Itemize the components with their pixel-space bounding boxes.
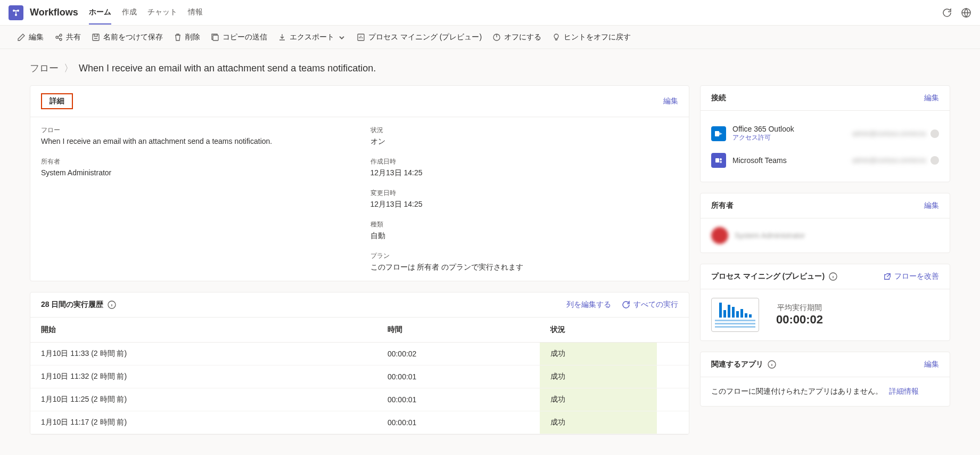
process-mining-button[interactable]: プロセス マイニング (プレビュー) <box>357 32 482 42</box>
cell-duration: 00:00:02 <box>377 343 540 365</box>
connection-name: Office 365 Outlook <box>732 125 846 133</box>
cell-start: 1月10日 11:25 (2 時間 前) <box>30 388 377 411</box>
all-runs-link[interactable]: すべての実行 <box>622 300 678 310</box>
edit-columns-link[interactable]: 列を編集する <box>566 300 611 310</box>
teams-icon <box>711 153 726 168</box>
svg-point-6 <box>60 38 62 40</box>
command-bar: 編集 共有 名前をつけて保存 削除 コピーの送信 エクスポート プロセス マイニ… <box>0 26 980 49</box>
improve-flow-link[interactable]: フローを改善 <box>884 272 939 281</box>
open-icon <box>884 273 891 280</box>
svg-point-5 <box>60 34 62 36</box>
turn-off-button[interactable]: オフにする <box>492 32 541 42</box>
cell-status: 成功 <box>540 388 657 411</box>
edit-button[interactable]: 編集 <box>17 32 44 42</box>
type-value: 自動 <box>370 231 679 241</box>
tab-chat[interactable]: チャット <box>147 1 177 25</box>
connection-account: admin@contoso.onmicros <box>852 157 926 164</box>
cell-empty <box>657 365 689 388</box>
improve-flow-label: フローを改善 <box>894 272 939 281</box>
related-apps-title-wrap: 関連するアプリ <box>711 360 776 369</box>
share-button[interactable]: 共有 <box>54 32 81 42</box>
connections-body: Office 365 Outlook アクセス許可 admin@contoso.… <box>701 111 950 182</box>
owner-name: System Administrator <box>735 231 805 240</box>
table-row[interactable]: 1月10日 11:17 (2 時間 前) 00:00:01 成功 <box>30 411 689 434</box>
svg-rect-7 <box>93 34 99 40</box>
detail-type: 種類 自動 <box>370 220 679 241</box>
pm-body: 平均実行期間 00:00:02 <box>701 289 950 340</box>
connections-title: 接続 <box>711 93 726 103</box>
header-right <box>942 7 971 18</box>
svg-rect-12 <box>715 131 719 136</box>
info-icon[interactable] <box>829 272 837 281</box>
connection-row-outlook[interactable]: Office 365 Outlook アクセス許可 admin@contoso.… <box>711 119 939 148</box>
svg-rect-8 <box>213 35 218 40</box>
pm-title: プロセス マイニング (プレビュー) <box>711 272 825 281</box>
created-label: 作成日時 <box>370 157 679 166</box>
hints-reset-button[interactable]: ヒントをオフに戻す <box>552 32 631 42</box>
main-grid: 詳細 編集 フロー When I receive an email with a… <box>30 85 950 445</box>
connections-edit-link[interactable]: 編集 <box>924 93 939 103</box>
type-label: 種類 <box>370 220 679 229</box>
nav-tabs: ホーム 作成 チャット 情報 <box>89 1 942 25</box>
status-dot <box>930 129 939 138</box>
all-runs-label: すべての実行 <box>633 300 678 310</box>
table-row[interactable]: 1月10日 11:25 (2 時間 前) 00:00:01 成功 <box>30 388 689 411</box>
cell-empty <box>657 411 689 434</box>
info-icon[interactable] <box>768 360 776 369</box>
refresh-icon[interactable] <box>942 7 952 18</box>
status-label: 状況 <box>370 126 679 135</box>
globe-icon[interactable] <box>961 7 971 18</box>
owners-edit-link[interactable]: 編集 <box>924 201 939 210</box>
history-title-wrap: 28 日間の実行履歴 <box>41 300 116 310</box>
owners-body: System Administrator <box>701 218 950 253</box>
pm-title-wrap: プロセス マイニング (プレビュー) <box>711 272 837 281</box>
related-apps-edit-link[interactable]: 編集 <box>924 360 939 369</box>
table-row[interactable]: 1月10日 11:32 (2 時間 前) 00:00:01 成功 <box>30 365 689 388</box>
connection-right: admin@contoso.onmicros <box>852 156 939 165</box>
detail-modified: 変更日時 12月13日 14:25 <box>370 189 679 209</box>
col-start[interactable]: 開始 <box>30 318 377 343</box>
tab-home[interactable]: ホーム <box>89 1 111 25</box>
app-header: Workflows ホーム 作成 チャット 情報 <box>0 0 980 26</box>
col-duration[interactable]: 時間 <box>377 318 540 343</box>
connection-row-teams[interactable]: Microsoft Teams admin@contoso.onmicros <box>711 148 939 173</box>
tab-info[interactable]: 情報 <box>188 1 203 25</box>
owner-value: System Administrator <box>41 168 349 177</box>
detail-status: 状況 オン <box>370 126 679 147</box>
details-grid: フロー When I receive an email with an atta… <box>41 126 678 272</box>
delete-button[interactable]: 削除 <box>174 32 200 42</box>
turn-off-label: オフにする <box>504 32 541 42</box>
connection-info: Office 365 Outlook アクセス許可 <box>732 125 846 142</box>
right-column: 接続 編集 Office 365 Outlook アクセス許可 admin@c <box>700 85 950 417</box>
export-button[interactable]: エクスポート <box>278 32 346 42</box>
svg-point-14 <box>720 158 722 160</box>
info-icon[interactable] <box>108 300 116 309</box>
avg-runtime-value: 00:00:02 <box>776 313 823 327</box>
owner-row[interactable]: System Administrator <box>711 227 939 244</box>
tab-create[interactable]: 作成 <box>122 1 137 25</box>
details-edit-link[interactable]: 編集 <box>663 96 678 106</box>
breadcrumb-root[interactable]: フロー <box>30 62 59 75</box>
export-label: エクスポート <box>290 32 334 42</box>
cell-start: 1月10日 11:32 (2 時間 前) <box>30 365 377 388</box>
history-title: 28 日間の実行履歴 <box>41 300 103 310</box>
related-apps-link[interactable]: 詳細情報 <box>889 387 919 395</box>
avg-runtime-label: 平均実行期間 <box>776 303 823 313</box>
owner-avatar <box>711 227 728 244</box>
connection-name: Microsoft Teams <box>732 156 846 165</box>
status-value: オン <box>370 137 679 147</box>
chevron-down-icon <box>337 33 346 42</box>
modified-value: 12月13日 14:25 <box>370 200 679 209</box>
col-status[interactable]: 状況 <box>540 318 657 343</box>
details-title: 詳細 <box>41 93 73 109</box>
cell-empty <box>657 388 689 411</box>
save-as-button[interactable]: 名前をつけて保存 <box>92 32 163 42</box>
cell-status: 成功 <box>540 343 657 365</box>
send-copy-label: コピーの送信 <box>223 32 267 42</box>
send-copy-button[interactable]: コピーの送信 <box>211 32 267 42</box>
table-row[interactable]: 1月10日 11:33 (2 時間 前) 00:00:02 成功 <box>30 343 689 365</box>
breadcrumb: フロー 〉 When I receive an email with an at… <box>30 62 950 75</box>
history-table: 開始 時間 状況 1月10日 11:33 (2 時間 前) 00:00:02 成… <box>30 317 689 434</box>
breadcrumb-sep: 〉 <box>64 62 73 75</box>
connection-sub[interactable]: アクセス許可 <box>732 133 846 142</box>
